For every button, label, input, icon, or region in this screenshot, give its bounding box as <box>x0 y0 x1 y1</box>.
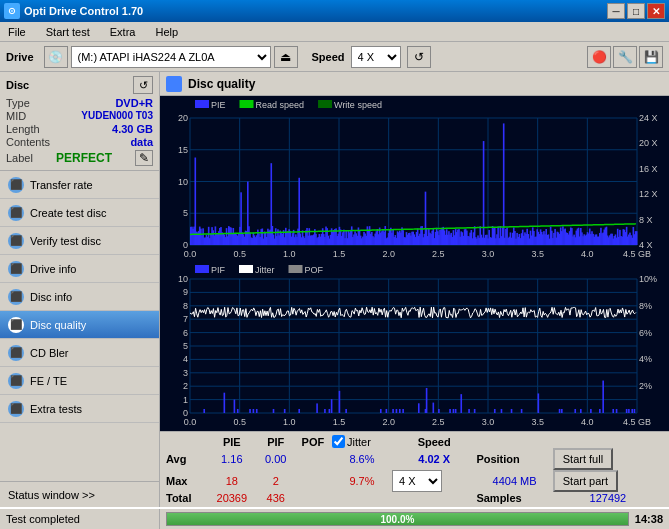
max-pif: 2 <box>258 470 294 492</box>
avg-pof <box>294 448 332 470</box>
eject-button[interactable]: ⏏ <box>274 46 298 68</box>
verify-test-disc-icon: ⬛ <box>8 233 24 249</box>
maximize-button[interactable]: □ <box>627 3 645 19</box>
jitter-label: Jitter <box>347 436 371 448</box>
save-icon[interactable]: 💾 <box>639 46 663 68</box>
drive-info-icon: ⬛ <box>8 261 24 277</box>
disc-mid-value: YUDEN000 T03 <box>81 110 153 122</box>
max-jitter: 9.7% <box>332 470 392 492</box>
chart-area <box>160 96 669 431</box>
start-full-button[interactable]: Start full <box>553 448 613 470</box>
refresh-button[interactable]: ↺ <box>407 46 431 68</box>
disc-length-value: 4.30 GB <box>112 123 153 135</box>
drive-select[interactable]: (M:) ATAPI iHAS224 A ZL0A <box>71 46 271 68</box>
bottom-bar: Test completed 100.0% 14:38 <box>0 507 669 529</box>
progress-value: 100.0% <box>380 514 414 525</box>
menu-bar: File Start test Extra Help <box>0 22 669 42</box>
menu-file[interactable]: File <box>4 24 30 40</box>
close-button[interactable]: ✕ <box>647 3 665 19</box>
nav-create-test-disc-label: Create test disc <box>30 207 106 219</box>
window-controls: ─ □ ✕ <box>607 3 665 19</box>
nav-transfer-rate[interactable]: ⬛ Transfer rate <box>0 171 159 199</box>
cd-bler-icon: ⬛ <box>8 345 24 361</box>
disc-info-icon: ⬛ <box>8 289 24 305</box>
speed-select[interactable]: 4 X <box>351 46 401 68</box>
speed-value: 4.02 X <box>392 448 476 470</box>
stats-section: PIE PIF POF Jitter Speed <box>160 431 669 507</box>
total-pif: 436 <box>258 492 294 504</box>
menu-extra[interactable]: Extra <box>106 24 140 40</box>
nav-disc-info-label: Disc info <box>30 291 72 303</box>
nav-disc-quality[interactable]: ⬛ Disc quality <box>0 311 159 339</box>
nav-disc-quality-label: Disc quality <box>30 319 86 331</box>
jitter-checkbox[interactable] <box>332 435 345 448</box>
app-icon: ⊙ <box>4 3 20 19</box>
nav-extra-tests[interactable]: ⬛ Extra tests <box>0 395 159 423</box>
nav-cd-bler[interactable]: ⬛ CD Bler <box>0 339 159 367</box>
disc-label-value: PERFECT <box>56 151 112 165</box>
disc-type-row: Type DVD+R <box>6 97 153 109</box>
tools-icon[interactable]: 🔧 <box>613 46 637 68</box>
pie-header: PIE <box>206 435 258 448</box>
jitter-checkbox-container: Jitter <box>332 435 392 448</box>
disc-contents-label: Contents <box>6 136 50 148</box>
extra-tests-icon: ⬛ <box>8 401 24 417</box>
avg-label: Avg <box>166 448 206 470</box>
lower-chart <box>160 263 669 431</box>
menu-help[interactable]: Help <box>151 24 182 40</box>
progress-section: 100.0% 14:38 <box>160 510 669 528</box>
samples-label: Samples <box>476 492 552 504</box>
drive-icon: 💿 <box>44 46 68 68</box>
position-value: 4404 MB <box>476 470 552 492</box>
speed-header-label: Speed <box>392 435 476 448</box>
disc-contents-value: data <box>130 136 153 148</box>
nav-create-test-disc[interactable]: ⬛ Create test disc <box>0 199 159 227</box>
progress-fill: 100.0% <box>167 513 628 525</box>
status-text: Test completed <box>0 509 160 529</box>
nav-drive-info-label: Drive info <box>30 263 76 275</box>
right-content: Disc quality PIE PIF POF Jitter <box>160 72 669 507</box>
nav-transfer-rate-label: Transfer rate <box>30 179 93 191</box>
upper-chart <box>160 96 669 263</box>
quality-title: Disc quality <box>188 77 255 91</box>
nav-disc-info[interactable]: ⬛ Disc info <box>0 283 159 311</box>
nav-verify-test-disc-label: Verify test disc <box>30 235 101 247</box>
max-pof <box>294 470 332 492</box>
max-pie: 18 <box>206 470 258 492</box>
label-edit-button[interactable]: ✎ <box>135 150 153 166</box>
drive-selector: 💿 (M:) ATAPI iHAS224 A ZL0A ⏏ <box>44 46 298 68</box>
total-label: Total <box>166 492 206 504</box>
fe-te-icon: ⬛ <box>8 373 24 389</box>
avg-pif: 0.00 <box>258 448 294 470</box>
minimize-button[interactable]: ─ <box>607 3 625 19</box>
nav-verify-test-disc[interactable]: ⬛ Verify test disc <box>0 227 159 255</box>
disc-length-row: Length 4.30 GB <box>6 123 153 135</box>
position-label: Position <box>476 448 552 470</box>
nav-drive-info[interactable]: ⬛ Drive info <box>0 255 159 283</box>
avg-pie: 1.16 <box>206 448 258 470</box>
disc-mid-row: MID YUDEN000 T03 <box>6 110 153 122</box>
nav-fe-te-label: FE / TE <box>30 375 67 387</box>
start-part-button[interactable]: Start part <box>553 470 618 492</box>
disc-contents-row: Contents data <box>6 136 153 148</box>
disc-refresh-button[interactable]: ↺ <box>133 76 153 94</box>
disc-section: Disc ↺ Type DVD+R MID YUDEN000 T03 Lengt… <box>0 72 159 171</box>
disc-length-label: Length <box>6 123 40 135</box>
disc-mid-label: MID <box>6 110 26 122</box>
menu-start-test[interactable]: Start test <box>42 24 94 40</box>
create-test-disc-icon: ⬛ <box>8 205 24 221</box>
nav-cd-bler-label: CD Bler <box>30 347 69 359</box>
speed-select-stats[interactable]: 4 X <box>392 470 442 492</box>
total-pof <box>294 492 332 504</box>
avg-jitter: 8.6% <box>332 448 392 470</box>
quality-header: Disc quality <box>160 72 669 96</box>
status-window-button[interactable]: Status window >> <box>0 481 159 507</box>
burn-icon[interactable]: 🔴 <box>587 46 611 68</box>
left-panel: Disc ↺ Type DVD+R MID YUDEN000 T03 Lengt… <box>0 72 160 507</box>
disc-quality-icon: ⬛ <box>8 317 24 333</box>
drive-bar: Drive 💿 (M:) ATAPI iHAS224 A ZL0A ⏏ Spee… <box>0 42 669 72</box>
samples-value: 127492 <box>553 492 663 504</box>
drive-label: Drive <box>6 51 34 63</box>
nav-fe-te[interactable]: ⬛ FE / TE <box>0 367 159 395</box>
disc-type-value: DVD+R <box>115 97 153 109</box>
